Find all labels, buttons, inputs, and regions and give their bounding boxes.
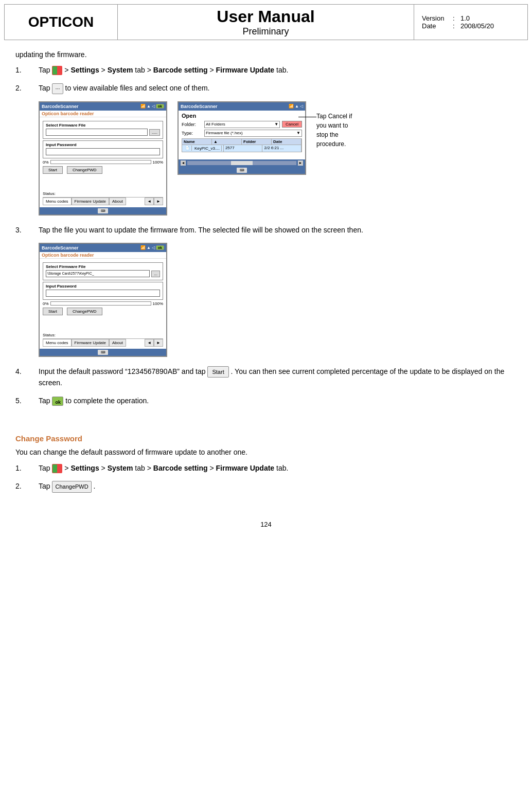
volume-icon: ◁ bbox=[152, 104, 155, 109]
start-button-3[interactable]: Start bbox=[43, 308, 63, 315]
step-4-text-before: Input the default password “1234567890AB… bbox=[39, 367, 206, 375]
date-colon: : bbox=[453, 22, 458, 30]
dialog-open-title: Open bbox=[182, 113, 302, 119]
title-sub: Preliminary bbox=[242, 26, 289, 37]
scroll-left[interactable]: ◄ bbox=[181, 160, 186, 166]
document-title: User Manual Preliminary bbox=[118, 5, 414, 40]
screen-body-3: Select Firmware File \Storage Card\2577\… bbox=[40, 259, 166, 349]
firmware-file-input-row: ..... bbox=[46, 129, 160, 137]
status-label-3: Status: bbox=[43, 333, 56, 337]
keyboard-bar-3: ⌨ bbox=[40, 349, 166, 356]
step-1-text: > Settings > System tab > Barcode settin… bbox=[64, 66, 288, 74]
browse-button-3[interactable]: ... bbox=[151, 271, 160, 277]
status-row: Status: bbox=[43, 190, 163, 197]
version-colon: : bbox=[453, 14, 458, 22]
cp-step-2-tap: Tap bbox=[39, 482, 50, 490]
firmware-file-input-3[interactable]: \Storage Card\2577\KeyPIC_ bbox=[46, 270, 150, 277]
step-1-tap: Tap bbox=[39, 66, 52, 74]
tab-bar-1: Menu codes Firmware Update About ◄ ► bbox=[43, 197, 163, 205]
file-row[interactable]: 📄 KeyPIC_v3.... 2577 2/2 6:21 ... bbox=[182, 145, 302, 152]
cp-step-1-tap: Tap bbox=[39, 464, 50, 472]
firmware-file-input-row-3: \Storage Card\2577\KeyPIC_ ... bbox=[46, 270, 160, 278]
signal-icon: ▲ bbox=[147, 104, 151, 109]
start-icon: Start bbox=[207, 366, 228, 378]
tab-arrows-3: ◄ ► bbox=[145, 339, 163, 347]
progress-right: 100% bbox=[153, 160, 163, 165]
folder-label: Folder: bbox=[182, 122, 202, 127]
step-2-text: to view available files and select one o… bbox=[65, 84, 210, 92]
start-button[interactable]: Start bbox=[43, 166, 63, 174]
tab-about-3[interactable]: About bbox=[109, 339, 126, 347]
dots-icon: ··· bbox=[52, 83, 63, 94]
step-3-text: Tap the file you want to update the firm… bbox=[39, 226, 363, 234]
tab-about[interactable]: About bbox=[109, 198, 126, 205]
signal-icon-3: ▲ bbox=[147, 245, 151, 250]
tab-firmware-update-3[interactable]: Firmware Update bbox=[72, 339, 109, 347]
col-name: Name bbox=[182, 139, 212, 145]
step-4: 4. Input the default password “123456789… bbox=[15, 366, 517, 389]
col-date: Date bbox=[272, 139, 302, 145]
changepwd-button[interactable]: ChangePWD bbox=[67, 166, 102, 174]
step-3: 3. Tap the file you want to update the f… bbox=[15, 225, 517, 236]
changepwd-button-3[interactable]: ChangePWD bbox=[67, 308, 102, 315]
file-icon: 📄 bbox=[184, 146, 192, 151]
annotation-line-1: Tap Cancel if bbox=[316, 112, 394, 121]
type-dropdown-arrow: ▼ bbox=[296, 131, 300, 135]
scroll-right[interactable]: ► bbox=[298, 160, 303, 166]
changepwd-icon: ChangePWD bbox=[52, 481, 91, 493]
password-input-3[interactable] bbox=[46, 290, 160, 297]
opticon-bar-1: Opticon barcode reader bbox=[40, 111, 166, 117]
firmware-file-input[interactable] bbox=[46, 129, 148, 136]
cancel-button[interactable]: Cancel bbox=[282, 121, 302, 128]
annotation-line-3: stop the bbox=[316, 130, 394, 139]
opticon-label-3: Opticon barcode reader bbox=[42, 253, 94, 258]
version-label: Version bbox=[422, 14, 450, 22]
step-5-content: Tap ok to complete the operation. bbox=[39, 396, 517, 406]
logo-text: OPTICON bbox=[28, 14, 94, 30]
file-folder: 2577 bbox=[224, 145, 263, 152]
folder-select[interactable]: All Folders ▼ bbox=[204, 121, 280, 128]
taskbar-title-1: BarcodeScanner bbox=[42, 104, 79, 109]
dialog-signal-icon: ▲ bbox=[295, 104, 299, 109]
keyboard-bar-1: ⌨ bbox=[40, 207, 166, 214]
tab-firmware-update[interactable]: Firmware Update bbox=[72, 198, 109, 205]
flag-icon bbox=[52, 66, 62, 75]
step-3-number: 3. bbox=[15, 225, 31, 234]
wifi-icon: 📶 bbox=[140, 104, 146, 109]
tab-arrow-right[interactable]: ► bbox=[154, 198, 163, 205]
step-5-text-before: Tap bbox=[39, 397, 50, 405]
tab-menu-codes-3[interactable]: Menu codes bbox=[43, 339, 72, 347]
scroll-bar: ◄ ► bbox=[179, 159, 305, 167]
section2-label: Input Password bbox=[46, 142, 160, 147]
folder-row: Folder: All Folders ▼ Cancel bbox=[182, 121, 302, 128]
step-5-text-after: to complete the operation. bbox=[65, 397, 149, 405]
dialog-wifi-icon: 📶 bbox=[289, 104, 294, 109]
section2-label-3: Input Password bbox=[46, 284, 160, 289]
cp-step-2-number: 2. bbox=[15, 481, 31, 490]
input-password-section-3: Input Password bbox=[43, 282, 163, 300]
input-password-section: Input Password bbox=[43, 140, 163, 158]
tab-arrow-right-3[interactable]: ► bbox=[154, 339, 163, 347]
password-input[interactable] bbox=[46, 148, 160, 155]
annotation: Tap Cancel if you want to stop the proce… bbox=[316, 101, 394, 149]
browse-button[interactable]: ..... bbox=[149, 129, 160, 136]
step-1: 1. Tap > Settings > System tab > Barcode… bbox=[15, 65, 517, 76]
type-select[interactable]: Firmware file (*.hex) ▼ bbox=[204, 130, 302, 137]
page-number: 124 bbox=[260, 521, 272, 528]
page-content: updating the firmware. 1. Tap > Settings… bbox=[0, 40, 532, 510]
dialog-taskbar-title: BarcodeScanner bbox=[181, 104, 218, 109]
select-firmware-section-3: Select Firmware File \Storage Card\2577\… bbox=[43, 262, 163, 280]
screen-body-1: Select Firmware File ..... Input Passwor… bbox=[40, 117, 166, 207]
section1-label-3: Select Firmware File bbox=[46, 264, 160, 269]
keyboard-icon-1: ⌨ bbox=[98, 208, 108, 213]
sort-arrow: ▲ bbox=[212, 139, 242, 145]
screen-open-dialog: BarcodeScanner 📶 ▲ ◁ Open Folder: All Fo… bbox=[178, 101, 306, 175]
cp-step-1-text: > Settings > System tab > Barcode settin… bbox=[64, 464, 288, 472]
annotation-line-2: you want to bbox=[316, 121, 394, 130]
tab-arrow-left-3[interactable]: ◄ bbox=[145, 339, 154, 347]
step-4-content: Input the default password “1234567890AB… bbox=[39, 366, 517, 389]
tab-menu-codes[interactable]: Menu codes bbox=[43, 198, 72, 205]
tab-arrow-left[interactable]: ◄ bbox=[145, 198, 154, 205]
type-label: Type: bbox=[182, 131, 202, 136]
type-value: Firmware file (*.hex) bbox=[206, 131, 243, 135]
